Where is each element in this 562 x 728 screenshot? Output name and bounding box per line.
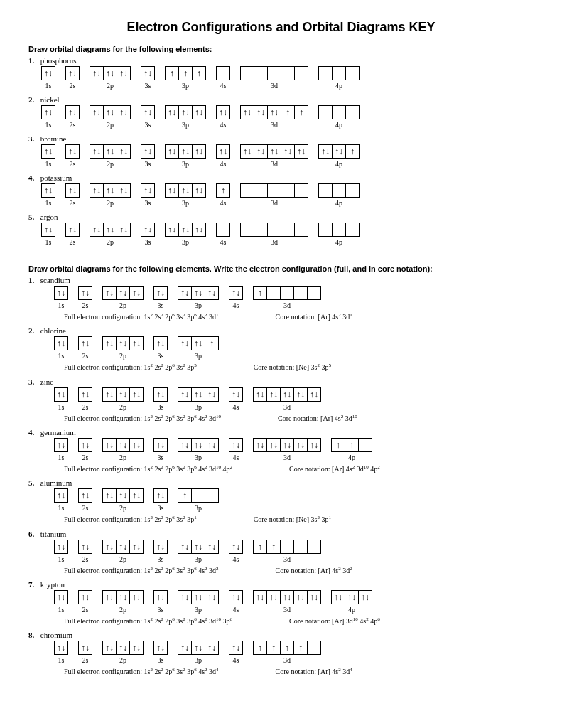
orbital-boxes: ↑↓ — [78, 336, 92, 350]
sublevel-label: 3p — [182, 238, 189, 246]
orbital-boxes: ↑↓ — [153, 336, 168, 350]
sublevel-label: 3s — [145, 82, 151, 90]
orbital-box: ↑↓ — [65, 144, 80, 159]
sublevel-label: 3p — [195, 454, 202, 461]
orbital-box — [254, 223, 268, 237]
orbital-box: ↑↓ — [267, 387, 281, 402]
orbital-box: ↑↓ — [192, 590, 205, 604]
problem: 5. argon↑↓1s↑↓2s↑↓↑↓↑↓2p↑↓3s↑↓↑↓↑↓3p4s3d… — [28, 213, 534, 246]
sublevel-label: 2s — [82, 352, 89, 360]
orbital-box: ↑↓ — [117, 590, 130, 604]
orbital-box: ↑↓ — [178, 286, 192, 300]
sublevel-label: 4s — [233, 403, 239, 411]
orbital-box — [240, 66, 254, 80]
orbital-boxes: ↑↓ — [41, 144, 55, 159]
sublevel-label: 2s — [82, 656, 89, 664]
orbital-boxes: ↑↓↑↓↑↓ — [178, 286, 219, 300]
orbital-box — [346, 223, 360, 237]
orbital-box: ↑↓ — [229, 641, 243, 655]
sublevel-label: 3p — [195, 504, 202, 512]
orbital-box: ↑↓ — [117, 223, 131, 237]
orbital-box: ↑↓ — [54, 286, 68, 300]
sublevel-2s: ↑↓2s — [78, 438, 92, 461]
orbital-box: ↑↓ — [102, 540, 117, 554]
sublevel-label: 2p — [107, 238, 114, 246]
core-config: Core notation: [Ar] 4s2 3d2 — [276, 566, 352, 574]
sublevel-3d: ↑↓↑↓↑↓↑↑3d — [240, 105, 308, 129]
sublevel-3d: ↑↓↑↓↑↓↑↓↑↓3d — [253, 590, 321, 614]
orbital-box: ↑↓ — [130, 590, 144, 604]
orbital-box: ↑↓ — [240, 144, 254, 159]
orbital-boxes: ↑↓ — [41, 183, 55, 198]
sublevel-label: 1s — [58, 606, 65, 614]
orbital-box: ↑↓ — [178, 590, 192, 604]
orbital-row: ↑↓1s↑↓2s↑↓↑↓↑↓2p↑↓3s↑↓↑↓↑↓3p↑↓4s↑↓↑↓↑↓↑↓… — [54, 438, 534, 461]
orbital-box — [359, 438, 372, 452]
sublevel-2s: ↑↓2s — [78, 336, 92, 360]
orbital-boxes: ↑↓ — [216, 144, 230, 159]
sublevel-label: 4s — [233, 454, 239, 461]
problem-title: 1. phosphorus — [28, 56, 534, 65]
orbital-box: ↑↓ — [117, 105, 131, 119]
orbital-box: ↑↓ — [90, 66, 104, 80]
sublevel-4s: ↑↓4s — [229, 540, 243, 563]
sublevel-2s: ↑↓2s — [65, 66, 80, 90]
orbital-boxes: ↑ — [178, 488, 219, 503]
orbital-box: ↑↓ — [165, 183, 179, 198]
orbital-box — [295, 223, 308, 237]
orbital-box — [192, 488, 205, 503]
problem-title: 4. potassium — [28, 173, 534, 182]
orbital-box: ↑↓ — [178, 641, 192, 655]
orbital-box: ↑↓ — [205, 387, 219, 402]
problem-title: 1. scandium — [28, 276, 534, 284]
core-config: Core notation: [Ar] 4s2 3d4 — [276, 667, 352, 675]
orbital-box — [308, 641, 321, 655]
sublevel-label: 2s — [70, 199, 76, 207]
orbital-box: ↑↓ — [130, 286, 144, 300]
orbital-box: ↑↓ — [54, 438, 68, 452]
orbital-boxes: ↑↓ — [141, 183, 155, 198]
orbital-box: ↑↓ — [294, 590, 308, 604]
config-line: Full electron configuration: 1s2 2s2 2p6… — [64, 515, 534, 523]
orbital-boxes — [240, 183, 308, 198]
sublevel-2s: ↑↓2s — [78, 641, 92, 664]
sublevel-4s: ↑↓4s — [229, 590, 243, 614]
sublevel-label: 2p — [119, 454, 126, 461]
orbital-box: ↑↓ — [102, 286, 117, 300]
sublevel-2s: ↑↓2s — [78, 590, 92, 614]
orbital-boxes: ↑↓↑↓↑↓ — [102, 590, 144, 604]
orbital-boxes: ↑↓ — [229, 540, 243, 554]
orbital-boxes — [216, 66, 230, 80]
orbital-box: ↑ — [294, 641, 308, 655]
problem: 3. zinc↑↓1s↑↓2s↑↓↑↓↑↓2p↑↓3s↑↓↑↓↑↓3p↑↓4s↑… — [28, 378, 534, 422]
orbital-boxes: ↑↓↑↓↑↓ — [102, 438, 144, 452]
orbital-box: ↑↓ — [90, 144, 104, 159]
sublevel-label: 3p — [195, 555, 202, 563]
orbital-boxes: ↑ — [253, 286, 321, 300]
sublevel-label: 2p — [107, 160, 114, 168]
orbital-box — [295, 183, 308, 198]
sublevel-3s: ↑↓3s — [153, 286, 168, 309]
orbital-boxes: ↑↓ — [141, 105, 155, 119]
sublevel-3p: ↑↓↑↓↑↓3p — [178, 387, 219, 411]
orbital-boxes: ↑↑ — [331, 438, 372, 452]
orbital-boxes: ↑↓↑↓↑ — [178, 336, 219, 350]
orbital-box: ↑↓ — [117, 488, 130, 503]
sublevel-label: 3p — [195, 301, 202, 309]
orbital-box: ↑↓ — [54, 336, 68, 350]
orbital-box: ↑↓ — [153, 641, 168, 655]
sublevel-label: 3s — [158, 352, 164, 360]
orbital-row: ↑↓1s↑↓2s↑↓↑↓↑↓2p↑↓3s↑↓↑↓↑↓3p↑↓4s↑↓↑↓↑↓↑↑… — [41, 105, 534, 129]
sublevel-3p: ↑↓↑↓↑↓3p — [178, 438, 219, 461]
orbital-box: ↑↓ — [268, 105, 281, 119]
sublevel-label: 2s — [82, 454, 89, 461]
orbital-row: ↑↓1s↑↓2s↑↓↑↓↑↓2p↑↓3s↑↓↑↓↑↓3p↑↓4s↑↑↑↑3d — [54, 641, 534, 664]
sublevel-3d: ↑↑3d — [253, 540, 321, 563]
sublevel-label: 2p — [107, 121, 114, 129]
sublevel-label: 1s — [45, 82, 52, 90]
orbital-boxes — [240, 66, 308, 80]
orbital-box: ↑↓ — [229, 387, 243, 402]
orbital-box — [216, 66, 230, 80]
orbital-box — [346, 183, 360, 198]
sublevel-label: 3d — [283, 656, 291, 664]
